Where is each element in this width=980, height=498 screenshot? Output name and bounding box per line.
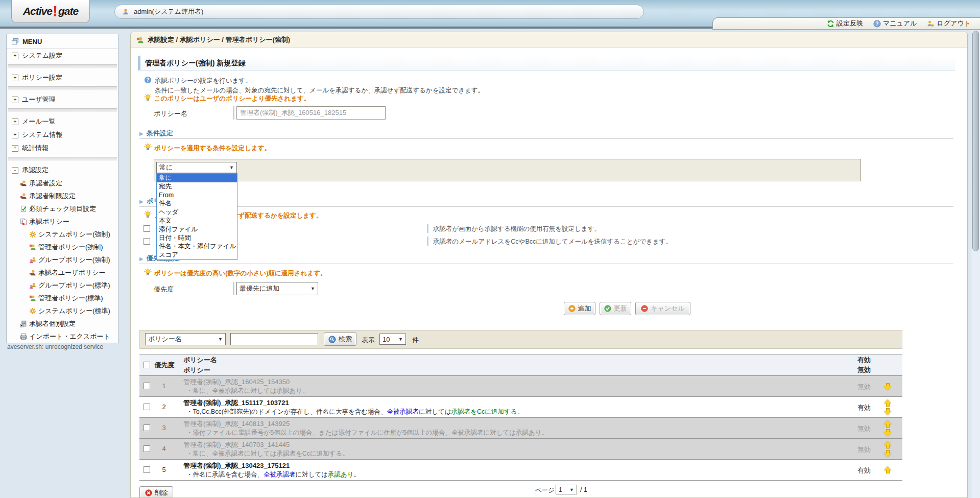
- search-input[interactable]: [230, 333, 318, 345]
- sidebar-item[interactable]: 管理者ポリシー(強制): [7, 241, 118, 253]
- row-checkbox[interactable]: [144, 445, 150, 452]
- policy-name-input[interactable]: 管理者(強制)_承認_160516_182515: [236, 106, 386, 120]
- sidebar-item-label: 承認者ユーザポリシー: [38, 268, 106, 277]
- show-label: 表示: [362, 336, 375, 345]
- sidebar-item[interactable]: 承認者制限設定: [7, 189, 118, 202]
- dropdown-option[interactable]: 日付・時間: [157, 234, 237, 243]
- expand-icon[interactable]: +: [12, 53, 18, 59]
- dropdown-option[interactable]: スコア: [157, 251, 237, 259]
- approve-screen-checkbox[interactable]: [144, 225, 150, 232]
- sidebar-group-label: 承認設定: [22, 165, 49, 175]
- sidebar-item[interactable]: 承認者個別設定: [7, 317, 118, 330]
- update-button[interactable]: 更新: [600, 302, 631, 315]
- menu-label: MENU: [22, 38, 42, 45]
- sidebar-group[interactable]: +システム情報: [7, 128, 118, 141]
- expand-icon[interactable]: +: [12, 75, 18, 81]
- dropdown-option[interactable]: 常に: [157, 174, 237, 182]
- dropdown-option[interactable]: 本文: [157, 217, 237, 225]
- sidebar: MENU +システム設定+ポリシー設定+ユーザ管理+メール一覧+システム情報+統…: [6, 34, 118, 343]
- dropdown-option[interactable]: 件名・本文・添付ファイル: [157, 242, 237, 251]
- search-button[interactable]: 検索: [324, 333, 356, 346]
- cancel-button[interactable]: キャンセル: [635, 302, 690, 315]
- collapse-icon[interactable]: -: [12, 167, 18, 174]
- system-message: aveserver.sh: unrecognized service: [7, 343, 103, 350]
- sidebar-group[interactable]: -承認設定: [7, 163, 118, 177]
- table-row: 3管理者(強制)_承認_140813_143925・添付ファイルに電話番号が5個…: [139, 418, 902, 439]
- dropdown-option[interactable]: 添付ファイル: [157, 225, 237, 234]
- sidebar-group[interactable]: +ユーザ管理: [7, 93, 118, 106]
- row-checkbox[interactable]: [144, 404, 150, 410]
- sidebar-items: +システム設定+ポリシー設定+ユーザ管理+メール一覧+システム情報+統計情報-承…: [7, 49, 118, 343]
- row-status: 無効: [857, 424, 881, 433]
- row-policy-desc: ・件名に承認を含む場合、全被承認者に対しては承認あり。: [186, 470, 360, 479]
- scrollbar-thumb[interactable]: [972, 31, 979, 251]
- move-up-icon[interactable]: [884, 420, 892, 428]
- sidebar-item[interactable]: 必須チェック項目設定: [7, 202, 118, 215]
- sidebar-item[interactable]: グループポリシー(標準): [7, 279, 118, 292]
- sidebar-item[interactable]: 承認ポリシー: [7, 215, 118, 228]
- sidebar-item[interactable]: インポート・エクスポート: [7, 330, 118, 343]
- chevron-down-icon: ▼: [307, 286, 315, 291]
- sidebar-item[interactable]: 承認者設定: [7, 177, 118, 189]
- table-row: 2管理者(強制)_承認_151117_103721・To,Cc,Bcc(外部宛先…: [139, 397, 902, 418]
- table-row: 5管理者(強制)_承認_130423_175121・件名に承認を含む場合、全被承…: [139, 460, 902, 481]
- apply-settings-link[interactable]: 設定反映: [827, 19, 863, 28]
- sidebar-item[interactable]: 承認者ユーザポリシー: [7, 266, 118, 279]
- cc-bcc-checkbox[interactable]: [144, 238, 150, 245]
- move-down-icon[interactable]: [884, 449, 892, 457]
- move-down-icon[interactable]: [884, 383, 892, 390]
- sidebar-item-label: インポート・エクスポート: [29, 332, 110, 341]
- info-line-2: 条件に一致したメールの場合、対象の宛先に対して、メールを承認するか、承認せず配送…: [155, 86, 484, 95]
- expand-icon[interactable]: +: [12, 145, 18, 152]
- manual-link[interactable]: ? マニュアル: [873, 19, 917, 28]
- condition-select-value: 常に: [159, 163, 173, 172]
- expand-icon[interactable]: +: [12, 132, 18, 138]
- row-checkbox[interactable]: [144, 383, 150, 389]
- select-all-checkbox[interactable]: [144, 362, 150, 368]
- header-policy: ポリシー: [183, 366, 210, 375]
- policy-target-link[interactable]: 全被承認者: [264, 471, 296, 478]
- move-up-icon[interactable]: [884, 441, 892, 449]
- row-move-arrows: [880, 440, 895, 458]
- sidebar-group[interactable]: +システム設定: [7, 49, 118, 62]
- dropdown-option[interactable]: ヘッダ: [157, 208, 237, 217]
- show-count-select[interactable]: 10 ▼: [379, 334, 406, 345]
- section-priority: ▶ 優先度設定: [139, 253, 953, 264]
- desc-text: ・常に、全被承認者に対しては承認者をCcに追加する。: [186, 450, 349, 457]
- page-select[interactable]: 1 ▼: [556, 485, 577, 494]
- sidebar-group-label: ユーザ管理: [22, 95, 56, 104]
- sidebar-item[interactable]: システムポリシー(標準): [7, 304, 118, 317]
- delete-button[interactable]: 削除: [139, 486, 173, 498]
- priority-select[interactable]: 最優先に追加 ▼: [236, 282, 318, 295]
- policy-target-link[interactable]: 全被承認者: [387, 408, 419, 415]
- sidebar-item[interactable]: システムポリシー(強制): [7, 228, 118, 241]
- dropdown-option[interactable]: 宛先: [157, 182, 237, 191]
- person-admin-icon: [29, 295, 36, 302]
- row-priority: 3: [154, 424, 174, 432]
- row-checkbox[interactable]: [144, 424, 150, 431]
- search-field-select[interactable]: ポリシー名 ▼: [145, 333, 226, 345]
- page-label: ページ: [535, 486, 555, 495]
- add-label: 追加: [578, 304, 591, 313]
- move-down-icon[interactable]: [884, 408, 892, 415]
- move-up-icon[interactable]: [884, 466, 892, 474]
- dropdown-option[interactable]: From: [157, 191, 237, 200]
- sidebar-item[interactable]: グループポリシー(強制): [7, 253, 118, 266]
- add-button[interactable]: 追加: [564, 302, 595, 315]
- cancel-label: キャンセル: [651, 304, 685, 313]
- dropdown-option[interactable]: 件名: [157, 199, 237, 208]
- sidebar-group[interactable]: +メール一覧: [7, 115, 118, 128]
- row-checkbox[interactable]: [144, 466, 150, 473]
- logout-link[interactable]: ログアウト: [927, 19, 971, 28]
- expand-icon[interactable]: +: [12, 118, 18, 125]
- move-down-icon[interactable]: [884, 429, 892, 436]
- sidebar-group[interactable]: +統計情報: [7, 141, 118, 155]
- sidebar-divider: [8, 157, 117, 161]
- row-move-arrows: [880, 461, 895, 479]
- condition-select[interactable]: 常に ▼: [156, 162, 237, 173]
- expand-icon[interactable]: +: [12, 97, 18, 103]
- move-up-icon[interactable]: [884, 399, 892, 407]
- sidebar-item[interactable]: 管理者ポリシー(標準): [7, 292, 118, 304]
- row-move-arrows: [880, 377, 895, 395]
- sidebar-group[interactable]: +ポリシー設定: [7, 71, 118, 84]
